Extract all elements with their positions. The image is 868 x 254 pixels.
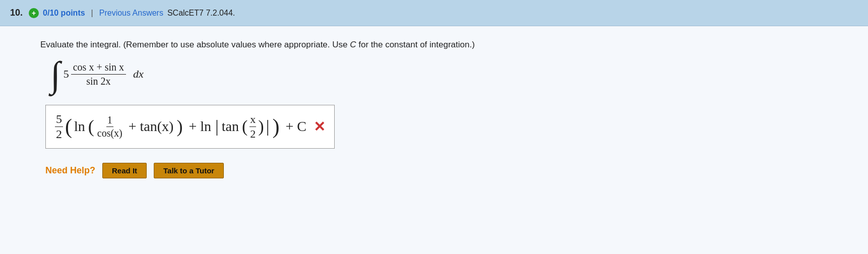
read-it-button[interactable]: Read It (102, 163, 147, 178)
error-icon[interactable]: ✕ (314, 118, 325, 135)
integral-expression: 5 cos x + sin x sin 2x dx (64, 61, 144, 87)
previous-answers-link[interactable]: Previous Answers (99, 9, 163, 18)
tan-arg-den: 2 (250, 127, 256, 141)
integral-area: ∫ 5 cos x + sin x sin 2x dx (50, 61, 848, 93)
integrand-fraction: cos x + sin x sin 2x (71, 61, 126, 87)
outer-right-paren: ) (273, 116, 280, 137)
header-bar: 10. + 0/10 points | Previous Answers SCa… (0, 0, 868, 26)
talk-to-tutor-button[interactable]: Talk to a Tutor (154, 163, 224, 178)
answer-box: 5 2 ( ln ( 1 cos(x) + tan(x) ) + (45, 105, 335, 149)
inner-den: cos(x) (96, 127, 123, 139)
plus-tan: + tan(x) (129, 118, 174, 135)
desc-text-2: for the constant of integration.) (356, 40, 475, 49)
points-icon: + (29, 8, 39, 18)
main-content: Evaluate the integral. (Remember to use … (0, 26, 868, 254)
plus-c: + C (286, 118, 306, 135)
page-container: 10. + 0/10 points | Previous Answers SCa… (0, 0, 868, 254)
outer-left-paren: ( (65, 116, 72, 137)
answer-fraction: 5 2 (55, 112, 63, 141)
tan-left-paren: ( (242, 118, 247, 135)
tan-arg-num: x (250, 113, 256, 127)
answer-frac-den: 2 (55, 127, 63, 141)
separator: | (91, 9, 93, 18)
dx-label: dx (133, 68, 144, 81)
inner-num: 1 (106, 114, 113, 127)
inner-left-paren: ( (88, 117, 94, 136)
plus-ln: + ln (189, 118, 211, 135)
integrand-numerator: cos x + sin x (71, 61, 126, 75)
inner-right-paren: ) (176, 117, 182, 136)
integrand-denominator: sin 2x (84, 75, 112, 87)
answer-frac-num: 5 (55, 112, 63, 127)
ln-label-1: ln (74, 118, 85, 135)
desc-text-1: Evaluate the integral. (Remember to use … (40, 40, 350, 49)
tan-arg-fraction: x 2 (250, 113, 256, 141)
abs-left: | (215, 118, 219, 135)
tan-label: tan (222, 118, 239, 135)
source-text: SCalcET7 7.2.044. (167, 9, 235, 18)
tan-right-paren: ) (258, 118, 264, 135)
integral-symbol: ∫ (50, 56, 60, 93)
integral-coeff: 5 (64, 68, 69, 81)
inner-fraction: 1 cos(x) (96, 114, 123, 139)
need-help-label: Need Help? (45, 165, 95, 176)
abs-right: | (266, 118, 270, 135)
points-text: 0/10 points (43, 9, 85, 18)
answer-math: 5 2 ( ln ( 1 cos(x) + tan(x) ) + (55, 112, 306, 141)
question-number: 10. (10, 8, 23, 18)
constant-var: C (350, 40, 356, 49)
problem-description: Evaluate the integral. (Remember to use … (40, 38, 848, 51)
help-section: Need Help? Read It Talk to a Tutor (45, 163, 848, 178)
